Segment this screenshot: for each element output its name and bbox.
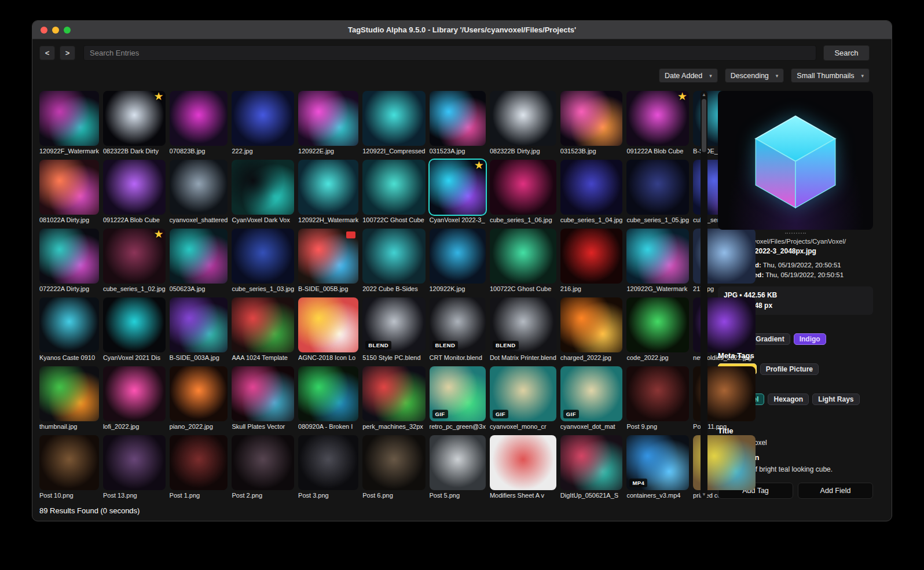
thumbnail[interactable]: [298, 435, 358, 490]
thumbnail[interactable]: [298, 229, 358, 284]
thumbnail[interactable]: [362, 229, 425, 284]
scroll-down-icon[interactable]: ▼: [702, 492, 706, 498]
close-window-button[interactable]: [41, 27, 47, 34]
thumbnail[interactable]: [170, 366, 228, 421]
thumbnail-caption: CyanVoxel Dark Vox: [232, 216, 294, 224]
thumbnail[interactable]: ★: [626, 91, 689, 146]
thumbnail[interactable]: [103, 297, 166, 352]
thumbnail[interactable]: [103, 160, 166, 215]
thumbnail-caption: CRT Monitor.blend: [430, 354, 486, 362]
thumbnail[interactable]: [232, 91, 294, 146]
thumbnail[interactable]: [298, 297, 358, 352]
thumbnail[interactable]: [362, 366, 425, 421]
back-button[interactable]: <: [39, 46, 55, 60]
thumbnail[interactable]: [626, 160, 689, 215]
thumbnail[interactable]: [490, 229, 556, 284]
thumbnail-caption: 082322B Dirty.jpg: [490, 148, 556, 155]
thumbnail[interactable]: [298, 366, 358, 421]
thumbnail[interactable]: [170, 297, 228, 352]
grid-cell: cube_series_1_06.jpg: [490, 160, 556, 224]
sort-order-dropdown[interactable]: Descending ▾: [725, 68, 784, 83]
thumbnail[interactable]: [560, 297, 623, 352]
thumbnail[interactable]: [232, 435, 294, 490]
forward-button[interactable]: >: [60, 46, 75, 60]
thumbnail[interactable]: [39, 160, 99, 215]
thumbnail[interactable]: BLEND: [490, 297, 556, 352]
tag-chip[interactable]: Gradient: [750, 333, 790, 345]
thumbnail-caption: CyanVoxel 2021 Dis: [103, 354, 166, 362]
thumbnail[interactable]: ★: [103, 91, 166, 146]
thumbnail[interactable]: [170, 229, 228, 284]
thumbnail[interactable]: BLEND: [362, 297, 425, 352]
scrollbar-thumb[interactable]: [702, 99, 706, 152]
titlebar[interactable]: TagStudio Alpha 9.5.0 - Library '/Users/…: [32, 21, 892, 39]
field-label: Title: [718, 426, 873, 435]
thumbnail-grid: 120922F_Watermark★082322B Dark Dirty0708…: [39, 91, 697, 499]
thumbnail[interactable]: ★: [430, 160, 486, 215]
minimize-window-button[interactable]: [52, 27, 59, 34]
thumbnail-caption: cyanvoxel_shattered: [170, 216, 228, 224]
grid-cell: 081022A Dirty.jpg: [39, 160, 99, 224]
thumbnail[interactable]: [430, 229, 486, 284]
thumbnail[interactable]: [232, 297, 294, 352]
thumbnail[interactable]: [560, 160, 623, 215]
thumbnail[interactable]: [490, 435, 556, 490]
thumbnail[interactable]: GIF: [560, 366, 623, 421]
thumbnail[interactable]: [362, 160, 425, 215]
thumbnail[interactable]: [298, 91, 358, 146]
thumbnail[interactable]: [560, 91, 623, 146]
thumbnail[interactable]: [39, 229, 99, 284]
thumbnail-caption: 070823B.jpg: [170, 148, 228, 155]
thumbnail[interactable]: [39, 91, 99, 146]
scroll-up-icon[interactable]: ▲: [702, 92, 706, 98]
thumbnail[interactable]: [232, 229, 294, 284]
thumbnail[interactable]: ★: [103, 229, 166, 284]
thumbnail[interactable]: [103, 435, 166, 490]
thumbnail[interactable]: MP4: [626, 435, 689, 490]
tag-chip[interactable]: Light Rays: [812, 394, 859, 405]
thumbnail[interactable]: [560, 435, 623, 490]
favorite-star-icon: ★: [677, 90, 687, 103]
thumbnail-caption: cyanvoxel_mono_cr: [490, 423, 556, 431]
chevron-down-icon: ▾: [861, 73, 864, 79]
thumbnail[interactable]: [39, 366, 99, 421]
thumbnail[interactable]: [626, 366, 689, 421]
add-field-button[interactable]: Add Field: [798, 483, 873, 499]
thumbnail[interactable]: [490, 91, 556, 146]
thumbnail[interactable]: [170, 160, 228, 215]
tag-chip[interactable]: Hexagon: [768, 394, 809, 405]
thumbnail[interactable]: [298, 160, 358, 215]
search-button[interactable]: Search: [823, 45, 870, 61]
grid-cell: CyanVoxel 2021 Dis: [103, 297, 166, 362]
thumbnail-size-dropdown[interactable]: Small Thumbnails ▾: [791, 68, 870, 83]
thumbnail[interactable]: [362, 91, 425, 146]
thumbnail[interactable]: [232, 160, 294, 215]
thumbnail-caption: 222.jpg: [232, 148, 294, 155]
search-input[interactable]: [83, 45, 816, 61]
thumbnail[interactable]: [39, 297, 99, 352]
grid-cell: ★CyanVoxel 2022-3_: [430, 160, 486, 224]
zoom-window-button[interactable]: [64, 27, 71, 34]
thumbnail[interactable]: [170, 91, 228, 146]
thumbnail[interactable]: [626, 229, 689, 284]
thumbnail[interactable]: [170, 435, 228, 490]
resize-handle-dots[interactable]: [785, 233, 806, 234]
thumbnail[interactable]: BLEND: [430, 297, 486, 352]
thumbnail-caption: AAA 1024 Template: [232, 354, 294, 362]
preview-image[interactable]: [718, 91, 873, 230]
thumbnail[interactable]: GIF: [430, 366, 486, 421]
thumbnail[interactable]: [39, 435, 99, 490]
tag-chip[interactable]: Profile Picture: [760, 363, 819, 375]
thumbnail[interactable]: GIF: [490, 366, 556, 421]
thumbnail[interactable]: [362, 435, 425, 490]
thumbnail[interactable]: [490, 160, 556, 215]
thumbnail[interactable]: [430, 91, 486, 146]
thumbnail[interactable]: [103, 366, 166, 421]
thumbnail[interactable]: [626, 297, 689, 352]
thumbnail[interactable]: [232, 366, 294, 421]
sort-field-dropdown[interactable]: Date Added ▾: [659, 68, 718, 83]
grid-scrollbar[interactable]: ▲ ▼: [701, 91, 707, 499]
thumbnail[interactable]: [560, 229, 623, 284]
thumbnail[interactable]: [430, 435, 486, 490]
tag-chip[interactable]: Indigo: [794, 333, 826, 345]
